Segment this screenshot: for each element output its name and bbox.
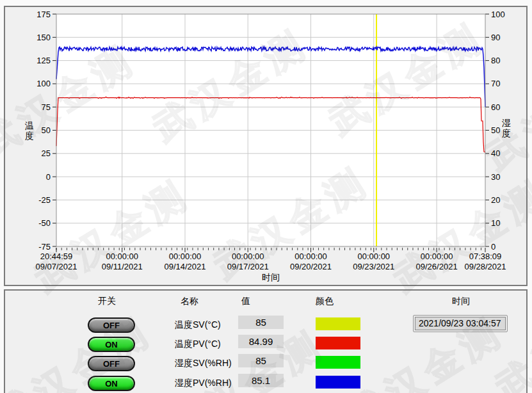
color-swatch[interactable] [316, 337, 360, 349]
x-tick-time: 00:00:00 [232, 252, 264, 261]
value-display: 85 [238, 354, 284, 367]
value-display: 84.99 [238, 335, 284, 348]
y-left-tick-label: 125 [36, 56, 51, 65]
channel-name-label: 温度PV(°C) [175, 339, 221, 350]
y-left-tick-label: -25 [38, 195, 51, 205]
header-color: 颜色 [316, 296, 334, 307]
chart-panel: 20:44:5909/07/202100:00:0009/11/202100:0… [4, 6, 528, 286]
y-left-tick-label: 0 [46, 172, 51, 182]
x-tick-time: 20:44:59 [40, 252, 73, 261]
cursor-time-value: 2021/09/23 03:04:57 [415, 317, 506, 330]
cursor-time-display: 2021/09/23 03:04:57 [413, 315, 508, 332]
x-tick-time: 00:00:00 [357, 252, 390, 261]
header-name: 名称 [181, 296, 198, 307]
y-right-tick-label: 10 [491, 218, 500, 228]
switch-label: OFF [103, 321, 120, 330]
x-tick-date: 09/23/2021 [353, 262, 394, 271]
color-swatch[interactable] [316, 356, 360, 369]
control-row: ON 温度PV(°C) 84.99 [5, 337, 526, 351]
control-panel: 开关 名称 值 颜色 时间 OFF 温度SV(°C) 85 ON 温度PV(°C… [4, 289, 528, 393]
x-tick-date: 09/14/2021 [164, 262, 206, 271]
switch-button[interactable]: ON [88, 337, 135, 352]
color-swatch[interactable] [316, 376, 360, 389]
color-swatch[interactable] [316, 317, 360, 330]
x-tick-time: 07:38:09 [469, 252, 502, 261]
y-right-axis-title: 度 [502, 128, 511, 138]
y-left-tick-label: 75 [42, 102, 51, 112]
y-right-tick-label: 30 [491, 172, 500, 182]
x-tick-date: 09/17/2021 [227, 262, 269, 271]
header-time: 时间 [452, 296, 470, 307]
channel-name-label: 温度SV(°C) [175, 319, 221, 331]
y-left-tick-label: 50 [42, 125, 51, 135]
channel-name-label: 湿度PV(%RH) [175, 378, 232, 389]
value-display: 85.1 [238, 374, 284, 387]
switch-button[interactable]: OFF [88, 317, 135, 333]
y-left-axis-title: 度 [25, 131, 34, 141]
y-left-tick-label: 150 [36, 33, 51, 42]
x-tick-time: 00:00:00 [106, 252, 138, 261]
switch-label: OFF [103, 359, 120, 369]
y-right-tick-label: 20 [491, 195, 500, 205]
y-left-tick-label: 100 [36, 79, 51, 88]
switch-button[interactable]: OFF [88, 356, 135, 371]
x-tick-time: 00:00:00 [169, 252, 202, 261]
x-tick-date: 09/11/2021 [102, 262, 143, 271]
value-display: 85 [238, 316, 284, 329]
y-right-tick-label: 60 [491, 102, 500, 112]
y-left-tick-label: -75 [38, 242, 51, 252]
x-tick-date: 09/26/2021 [416, 262, 458, 271]
y-left-tick-label: 175 [36, 10, 51, 19]
switch-button[interactable]: ON [88, 376, 135, 391]
switch-label: ON [105, 340, 118, 349]
y-right-tick-label: 80 [491, 56, 500, 65]
switch-label: ON [105, 379, 118, 389]
y-right-axis-title: 湿 [502, 118, 511, 128]
y-right-tick-label: 0 [491, 242, 496, 252]
x-tick-date: 09/07/2021 [35, 262, 77, 271]
x-tick-time: 00:00:00 [294, 252, 327, 261]
y-right-tick-label: 50 [491, 125, 500, 135]
x-tick-time: 00:00:00 [421, 252, 453, 261]
trend-chart[interactable]: 20:44:5909/07/202100:00:0009/11/202100:0… [5, 7, 526, 285]
y-right-tick-label: 40 [491, 148, 500, 158]
header-value: 值 [241, 296, 250, 307]
header-switch: 开关 [98, 296, 116, 307]
y-right-tick-label: 100 [491, 10, 505, 19]
x-tick-date: 09/28/2021 [464, 262, 506, 271]
y-left-tick-label: 25 [42, 148, 51, 158]
y-left-tick-label: -50 [38, 218, 51, 228]
y-left-axis-title: 温 [24, 120, 34, 131]
y-right-tick-label: 90 [491, 33, 500, 42]
x-axis-title: 时间 [262, 272, 280, 282]
x-tick-date: 09/20/2021 [290, 262, 332, 271]
control-row: ON 湿度PV(%RH) 85.1 [5, 376, 526, 390]
y-right-tick-label: 70 [491, 79, 500, 88]
control-row: OFF 湿度SV(%RH) 85 [5, 356, 526, 370]
channel-name-label: 湿度SV(%RH) [175, 358, 232, 369]
